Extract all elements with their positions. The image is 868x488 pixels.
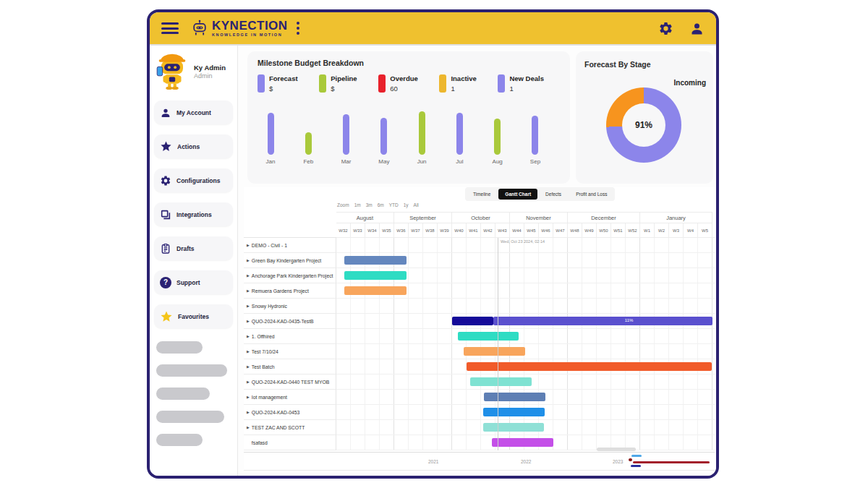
expand-arrow-icon[interactable]: ▶ xyxy=(247,410,250,414)
week-header-cell: W42 xyxy=(481,223,495,238)
zoom-option-all[interactable]: All xyxy=(414,202,419,207)
gantt-bar-quo-2024-kad-0435-testb[interactable] xyxy=(452,317,493,325)
clipboard-icon xyxy=(160,243,171,254)
gantt-bar-test-zac-and-scott[interactable] xyxy=(483,423,544,432)
legend-value: 1 xyxy=(509,85,544,93)
user-profile-icon[interactable] xyxy=(689,21,705,36)
gantt-row-label-quo-2024-kad-0435-testb[interactable]: ▶QUO-2024-KAD-0435-TestB xyxy=(244,314,336,329)
expand-arrow-icon[interactable]: ▶ xyxy=(247,243,250,247)
gantt-bar-test-batch[interactable] xyxy=(467,362,712,371)
gantt-row-label-1-offhired[interactable]: ▶1. Offhired xyxy=(244,329,336,344)
expand-arrow-icon[interactable]: ▶ xyxy=(247,380,250,384)
row-label-text: TEST ZAC AND SCOTT xyxy=(252,425,305,430)
expand-arrow-icon[interactable]: ▶ xyxy=(247,349,250,354)
gantt-tab-defects[interactable]: Defects xyxy=(539,189,568,200)
robot-avatar xyxy=(154,53,190,90)
bar xyxy=(456,113,463,155)
expand-arrow-icon[interactable]: ▶ xyxy=(247,258,250,262)
expand-arrow-icon[interactable]: ▶ xyxy=(247,425,250,429)
milestone-budget-card: Milestone Budget Breakdown Forecast$Pipe… xyxy=(247,51,570,184)
bar xyxy=(305,132,312,155)
gantt-bar-anchorage-park-kindergarten-project[interactable] xyxy=(344,271,407,280)
gantt-chart-row xyxy=(336,329,715,344)
gantt-row-label-demo-civil-1[interactable]: ▶DEMO - Civil - 1 xyxy=(244,238,336,253)
legend-item-inactive[interactable]: Inactive1 xyxy=(439,74,476,93)
week-header-cell: W38 xyxy=(423,223,438,238)
question-icon: ? xyxy=(160,277,171,288)
expand-arrow-icon[interactable]: ▶ xyxy=(247,334,250,338)
gantt-bar-fsafasd[interactable] xyxy=(492,438,553,447)
week-header-cell: W3 xyxy=(669,223,684,238)
sidebar-item-my-account[interactable]: My Account xyxy=(154,100,233,124)
week-header-cell: W47 xyxy=(553,223,568,238)
gantt-bar-remuera-gardens-project[interactable] xyxy=(344,286,407,295)
gantt-row-label-iot-management[interactable]: ▶Iot management xyxy=(244,390,336,405)
bar-label: Jul xyxy=(456,158,463,166)
gantt-bar-quo-2024-kad-0435-testb[interactable]: 11% xyxy=(493,317,712,325)
sidebar-item-integrations[interactable]: Integrations xyxy=(154,202,233,226)
zoom-option-1m[interactable]: 1m xyxy=(354,202,361,207)
expand-arrow-icon[interactable]: ▶ xyxy=(247,273,250,278)
sidebar-item-support[interactable]: ?Support xyxy=(154,270,233,294)
expand-arrow-icon[interactable]: ▶ xyxy=(247,319,250,323)
zoom-option-6m[interactable]: 6m xyxy=(378,202,384,207)
sidebar-item-drafts[interactable]: Drafts xyxy=(154,236,233,260)
gantt-row-label-anchorage-park-kindergarten-project[interactable]: ▶Anchorage Park Kindergarten Project xyxy=(244,268,336,283)
gantt-tab-profit-and-loss[interactable]: Profit and Loss xyxy=(569,189,613,200)
bar-column-jun: Jun xyxy=(412,111,432,166)
gantt-row-label-test-zac-and-scott[interactable]: ▶TEST ZAC AND SCOTT xyxy=(244,420,336,435)
gantt-row-label-test-7-10-24[interactable]: ▶Test 7/10/24 xyxy=(244,344,336,359)
hamburger-menu-icon[interactable] xyxy=(161,22,179,34)
sidebar-item-favourites[interactable]: Favourites xyxy=(154,304,233,328)
legend-item-forecast[interactable]: Forecast$ xyxy=(258,74,298,93)
gantt-row-label-test-batch[interactable]: ▶Test Batch xyxy=(244,359,336,374)
bar-label: May xyxy=(378,158,389,166)
gantt-bar-iot-management[interactable] xyxy=(484,393,545,401)
legend-label: Inactive xyxy=(451,74,476,82)
week-header-cell: W32 xyxy=(336,223,351,238)
gantt-chart-row xyxy=(336,405,715,420)
gantt-zoom-controls: Zoom1m3m6mYTD1yAll xyxy=(337,202,419,207)
row-label-text: QUO-2024-KAD-0453 xyxy=(252,410,300,415)
gantt-bar-test-7-10-24[interactable] xyxy=(464,347,525,356)
legend-label: Overdue xyxy=(390,74,418,82)
gantt-tab-timeline[interactable]: Timeline xyxy=(467,189,497,200)
gantt-row-label-remuera-gardens-project[interactable]: ▶Remuera Gardens Project xyxy=(244,283,336,299)
sidebar-item-label: My Account xyxy=(176,109,211,116)
gantt-bar-green-bay-kindergarten-project[interactable] xyxy=(344,256,407,265)
expand-arrow-icon[interactable]: ▶ xyxy=(247,288,250,293)
gantt-row-label-green-bay-kindergarten-project[interactable]: ▶Green Bay Kindergarten Project xyxy=(244,253,336,268)
legend-item-pipeline[interactable]: Pipeline$ xyxy=(319,74,357,93)
row-label-text: Test 7/10/24 xyxy=(252,349,278,354)
gantt-row-label-snowy-hydronic[interactable]: ▶Snowy Hydronic xyxy=(244,299,336,314)
sidebar-item-actions[interactable]: Actions xyxy=(154,134,233,158)
expand-arrow-icon[interactable]: ▶ xyxy=(247,395,250,399)
gantt-tab-gantt-chart[interactable]: Gantt Chart xyxy=(498,189,537,200)
gantt-chart-row xyxy=(336,435,715,450)
gantt-row-label-quo-2024-kad-0453[interactable]: ▶QUO-2024-KAD-0453 xyxy=(244,405,336,420)
zoom-option-3m[interactable]: 3m xyxy=(366,202,373,207)
gantt-bar-quo-2024-kad-0440-test-myob[interactable] xyxy=(470,377,532,386)
gantt-chart-row xyxy=(336,344,715,359)
gantt-chart-row xyxy=(336,359,715,374)
navigator-year-2021: 2021 xyxy=(428,459,438,464)
navigator-year-2023: 2023 xyxy=(613,459,623,464)
gantt-bar-quo-2024-kad-0453[interactable] xyxy=(483,408,545,416)
expand-arrow-icon[interactable]: ▶ xyxy=(247,304,250,308)
legend-label: New Deals xyxy=(509,74,544,82)
kebab-menu-icon[interactable] xyxy=(297,22,299,35)
legend-item-overdue[interactable]: Overdue60 xyxy=(378,74,418,93)
sidebar-item-configurations[interactable]: Configurations xyxy=(154,168,233,192)
expand-arrow-icon[interactable]: ▶ xyxy=(247,364,250,369)
zoom-option-1y[interactable]: 1y xyxy=(404,202,409,207)
gantt-row-label-quo-2024-kad-0440-test-myob[interactable]: ▶QUO-2024-KAD-0440 TEST MYOB xyxy=(244,374,336,390)
gantt-header-corner xyxy=(244,212,336,238)
gantt-row-label-fsafasd[interactable]: ▶fsafasd xyxy=(244,435,336,450)
legend-item-new-deals[interactable]: New Deals1 xyxy=(498,74,544,93)
placeholder-pill xyxy=(156,411,224,423)
settings-gear-icon[interactable] xyxy=(658,21,673,36)
legend-label: Forecast xyxy=(269,74,298,82)
zoom-option-ytd[interactable]: YTD xyxy=(389,202,399,207)
horizontal-scrollbar-thumb[interactable] xyxy=(597,448,636,451)
gantt-bar-1-offhired[interactable] xyxy=(458,332,519,341)
